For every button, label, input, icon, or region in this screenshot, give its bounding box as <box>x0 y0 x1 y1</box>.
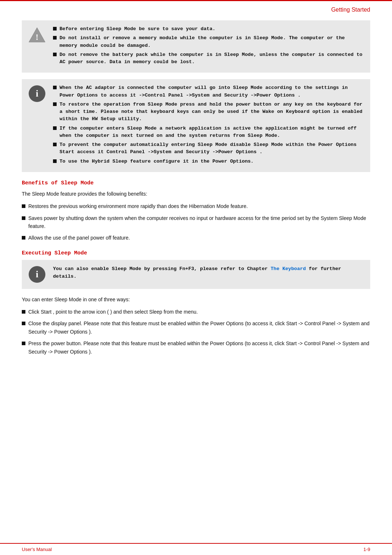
ways-item-2: Close the display panel. Please note tha… <box>22 319 370 336</box>
info-icon-1: i <box>28 84 46 103</box>
bullet <box>22 342 25 345</box>
keyboard-link[interactable]: The Keyboard <box>271 266 306 272</box>
warning-box: ! Before entering Sleep Mode be sure to … <box>22 20 370 73</box>
content-area: ! Before entering Sleep Mode be sure to … <box>0 17 392 382</box>
bullet <box>53 126 57 130</box>
benefits-heading: Benefits of Sleep Mode <box>22 180 370 186</box>
bullet <box>22 236 25 240</box>
ways-list: Click Start , point to the arrow icon ( … <box>22 308 370 356</box>
bullet <box>53 102 57 106</box>
info-item-3: If the computer enters Sleep Mode a netw… <box>53 125 364 140</box>
svg-text:!: ! <box>36 33 38 42</box>
warning-item-2: Do not install or remove a memory module… <box>53 34 364 49</box>
benefits-item-2: Saves power by shutting down the system … <box>22 214 370 230</box>
footer-left: User's Manual <box>22 547 52 552</box>
info-icon-2: i <box>28 265 46 284</box>
bullet <box>53 86 57 89</box>
bullet <box>22 204 25 208</box>
bullet <box>53 159 57 163</box>
info-item-5: To use the Hybrid Sleep feature configur… <box>53 158 364 165</box>
ways-intro: You can enter Sleep Mode in one of three… <box>22 295 370 303</box>
info-item-1: When the AC adaptor is connected the com… <box>53 84 364 99</box>
ways-item-1: Click Start , point to the arrow icon ( … <box>22 308 370 316</box>
benefits-intro: The Sleep Mode feature provides the foll… <box>22 190 370 198</box>
bullet <box>53 143 57 146</box>
bullet <box>22 310 25 314</box>
bullet <box>22 322 25 325</box>
executing-heading: Executing Sleep Mode <box>22 250 370 256</box>
info-content-1: When the AC adaptor is connected the com… <box>53 84 364 167</box>
ways-item-3: Press the power button. Please note that… <box>22 339 370 356</box>
footer: User's Manual 1-9 <box>0 543 392 555</box>
footer-right: 1-9 <box>363 547 370 552</box>
header: Getting Started <box>0 0 392 17</box>
warning-content: Before entering Sleep Mode be sure to sa… <box>53 25 364 68</box>
header-title: Getting Started <box>331 7 370 13</box>
bullet <box>53 36 57 40</box>
info-content-2: You can also enable Sleep Mode by pressi… <box>53 265 364 281</box>
info-box-1: i When the AC adaptor is connected the c… <box>22 79 370 172</box>
info-box-2-text: You can also enable Sleep Mode by pressi… <box>53 265 364 281</box>
info-box-2: i You can also enable Sleep Mode by pres… <box>22 260 370 289</box>
warning-item-3: Do not remove the battery pack while the… <box>53 51 364 66</box>
warning-list: Before entering Sleep Mode be sure to sa… <box>53 25 364 66</box>
warning-item-1: Before entering Sleep Mode be sure to sa… <box>53 25 364 33</box>
bullet <box>53 27 57 30</box>
info-list-1: When the AC adaptor is connected the com… <box>53 84 364 165</box>
warning-icon: ! <box>28 25 46 44</box>
benefits-list: Restores the previous working environmen… <box>22 202 370 242</box>
benefits-item-3: Allows the use of the panel power off fe… <box>22 234 370 242</box>
info-item-2: To restore the operation from Sleep Mode… <box>53 101 364 123</box>
bullet <box>53 53 57 56</box>
info-item-4: To prevent the computer automatically en… <box>53 141 364 156</box>
top-border <box>0 0 392 1</box>
bullet <box>22 216 25 220</box>
benefits-item-1: Restores the previous working environmen… <box>22 202 370 210</box>
